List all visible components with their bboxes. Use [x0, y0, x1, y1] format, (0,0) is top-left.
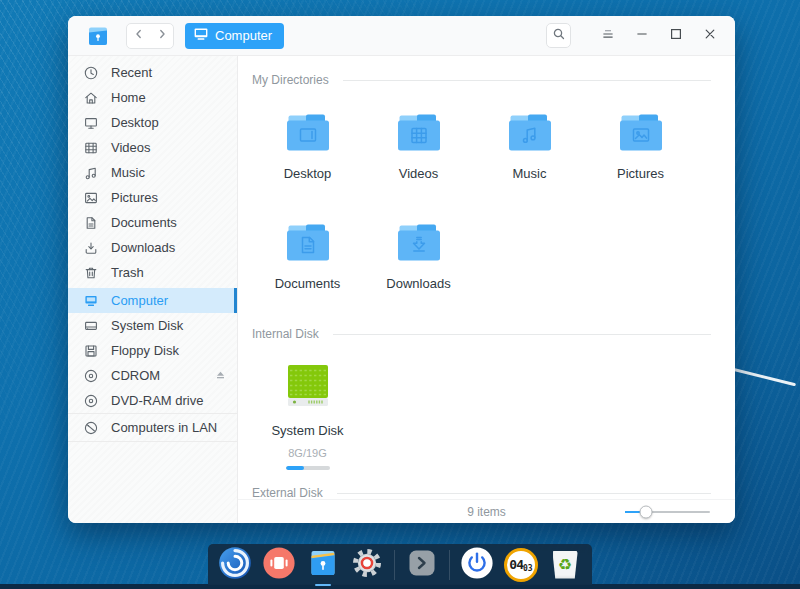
sidebar-item-pictures[interactable]: Pictures: [68, 185, 237, 210]
back-chevron-icon: [133, 28, 145, 43]
dock-trash-button[interactable]: ♻: [548, 548, 582, 582]
dock-shutdown-button[interactable]: [460, 548, 494, 582]
home-icon: [83, 90, 99, 106]
minimize-button[interactable]: [629, 23, 655, 49]
dock-multitasking-button[interactable]: [262, 548, 296, 582]
disc-icon: [83, 393, 99, 409]
computer-view[interactable]: My Directories Desktop Videos: [238, 56, 735, 499]
disk-item-label: System Disk: [271, 423, 343, 438]
search-button[interactable]: [546, 23, 571, 48]
sidebar-item-desktop[interactable]: Desktop: [68, 110, 237, 135]
sidebar-item-computers-in-lan[interactable]: Computers in LAN: [68, 414, 237, 441]
folder-item-downloads[interactable]: Downloads: [363, 211, 474, 291]
trash-bin-icon: ♻: [553, 551, 578, 579]
folder-item-label: Desktop: [284, 166, 332, 181]
section-title: My Directories: [252, 73, 329, 87]
green-harddrive-icon: [285, 363, 331, 409]
drive-icon: [83, 318, 99, 334]
section-internal-disk: Internal Disk: [252, 327, 711, 341]
maximize-icon: [668, 26, 684, 45]
folder-desktop-icon: [285, 113, 331, 153]
sidebar-item-label: Pictures: [111, 190, 158, 205]
menu-icon: [600, 26, 616, 45]
disk-capacity: 8G/19G: [288, 447, 327, 459]
dock-control-center-button[interactable]: [350, 548, 384, 582]
folder-item-label: Videos: [399, 166, 439, 181]
monitor-icon: [83, 115, 99, 131]
forward-button[interactable]: [150, 24, 173, 48]
sidebar-item-label: Videos: [111, 140, 151, 155]
folder-item-label: Documents: [275, 276, 341, 291]
menu-button[interactable]: [595, 23, 621, 49]
sidebar-item-label: Floppy Disk: [111, 343, 179, 358]
file-manager-icon: [306, 546, 340, 584]
section-divider: [343, 80, 711, 81]
folder-downloads-icon: [396, 223, 442, 263]
sidebar-separator: [68, 441, 237, 442]
multitasking-view-icon: [262, 546, 296, 584]
folder-item-documents[interactable]: Documents: [252, 211, 363, 291]
disk-usage-bar: [286, 466, 330, 470]
network-icon: [83, 420, 99, 436]
folder-documents-icon: [285, 223, 331, 263]
slider-thumb[interactable]: [640, 505, 653, 518]
dock-launcher-button[interactable]: [218, 548, 252, 582]
folder-item-label: Pictures: [617, 166, 664, 181]
folder-item-music[interactable]: Music: [474, 101, 585, 181]
minimize-icon: [634, 26, 650, 45]
sidebar-item-cdrom[interactable]: CDROM: [68, 363, 237, 388]
folder-item-videos[interactable]: Videos: [363, 101, 474, 181]
section-title: External Disk: [252, 486, 323, 499]
file-manager-app-icon: [86, 24, 110, 48]
dock-file-manager-button[interactable]: [306, 548, 340, 582]
sidebar-item-system-disk[interactable]: System Disk: [68, 313, 237, 338]
sidebar-item-label: Music: [111, 165, 145, 180]
folder-item-desktop[interactable]: Desktop: [252, 101, 363, 181]
slider-track[interactable]: [625, 511, 710, 513]
sidebar-item-downloads[interactable]: Downloads: [68, 235, 237, 260]
clock-icon: [83, 65, 99, 81]
sidebar-item-computer[interactable]: Computer: [68, 288, 237, 313]
tab-computer[interactable]: Computer: [185, 23, 284, 49]
back-button[interactable]: [127, 24, 150, 48]
sidebar-item-home[interactable]: Home: [68, 85, 237, 110]
active-app-indicator: [315, 584, 331, 586]
sidebar-item-label: DVD-RAM drive: [111, 393, 203, 408]
close-button[interactable]: [697, 23, 723, 49]
sidebar-item-recent[interactable]: Recent: [68, 60, 237, 85]
dock-terminal-button[interactable]: [405, 548, 439, 582]
floppy-icon: [83, 343, 99, 359]
sidebar-item-music[interactable]: Music: [68, 160, 237, 185]
disk-item-system-disk[interactable]: System Disk 8G/19G: [252, 341, 363, 470]
dock-separator: [449, 550, 450, 580]
folder-pictures-icon: [618, 113, 664, 153]
tab-label: Computer: [215, 28, 272, 43]
folder-item-pictures[interactable]: Pictures: [585, 101, 696, 181]
dock-separator: [394, 550, 395, 580]
film-icon: [83, 140, 99, 156]
maximize-button[interactable]: [663, 23, 689, 49]
section-my-directories: My Directories: [252, 73, 711, 87]
clock-icon: 04 03: [504, 548, 538, 582]
titlebar[interactable]: Computer: [68, 16, 735, 56]
sidebar-item-videos[interactable]: Videos: [68, 135, 237, 160]
sidebar-item-dvd-ram-drive[interactable]: DVD-RAM drive: [68, 388, 237, 413]
document-icon: [83, 215, 99, 231]
sidebar-item-trash[interactable]: Trash: [68, 260, 237, 285]
folder-videos-icon: [396, 113, 442, 153]
sidebar-item-floppy-disk[interactable]: Floppy Disk: [68, 338, 237, 363]
section-external-disk: External Disk: [252, 486, 711, 499]
computer-icon: [193, 26, 209, 45]
directories-grid: Desktop Videos Music: [252, 101, 711, 291]
eject-button[interactable]: [214, 369, 227, 382]
disk-usage-fill: [286, 466, 304, 470]
section-title: Internal Disk: [252, 327, 319, 341]
sidebar-item-label: Recent: [111, 65, 152, 80]
icon-size-slider[interactable]: [625, 504, 710, 520]
sidebar-item-documents[interactable]: Documents: [68, 210, 237, 235]
sidebar-item-label: Computer: [111, 293, 168, 308]
sidebar-item-label: System Disk: [111, 318, 183, 333]
content-area: My Directories Desktop Videos: [238, 56, 735, 523]
dock-clock-button[interactable]: 04 03: [504, 548, 538, 582]
sidebar-item-label: Home: [111, 90, 146, 105]
